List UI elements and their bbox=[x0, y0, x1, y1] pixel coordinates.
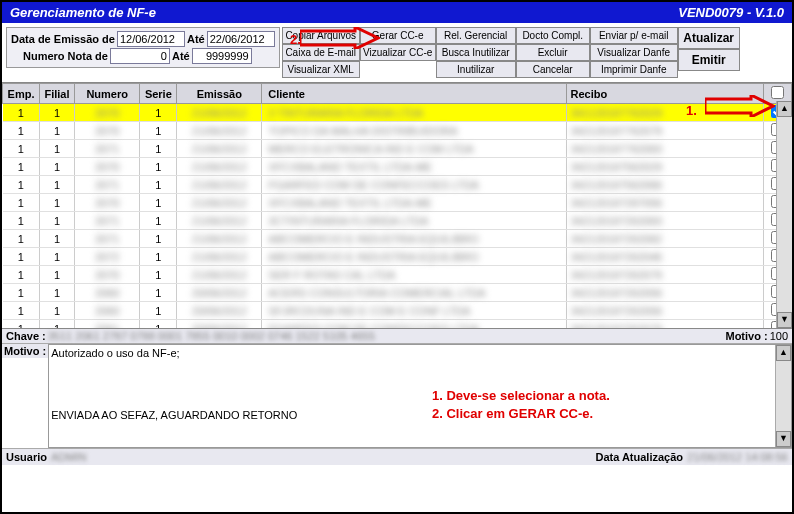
motivo-line2: ENVIADA AO SEFAZ, AGUARDANDO RETORNO bbox=[51, 409, 789, 421]
button-busca-inutilizar[interactable]: Busca Inutilizar bbox=[436, 44, 516, 61]
cell-emp: 1 bbox=[3, 266, 40, 284]
cell-recibo: 342120187262082 bbox=[567, 230, 763, 248]
scroll-down-icon[interactable]: ▼ bbox=[776, 431, 791, 447]
cell-numero: 2070 bbox=[74, 122, 139, 140]
input-data-emissao-ate[interactable] bbox=[207, 31, 275, 47]
table-row[interactable]: 112070121/06/20123 TINTURARIA FLORIDA LT… bbox=[3, 104, 792, 122]
motivo-area: Motivo : Autorizado o uso da NF-e; ENVIA… bbox=[2, 344, 792, 449]
checkbox-all[interactable] bbox=[771, 86, 784, 99]
th-filial[interactable]: Filial bbox=[40, 84, 75, 104]
app-version: VEND0079 - V.1.0 bbox=[678, 5, 784, 20]
table-row[interactable]: 112071121/06/2012FGARFED COM DE CONFECCO… bbox=[3, 176, 792, 194]
input-numero-nota-ate[interactable] bbox=[192, 48, 252, 64]
cell-cliente: TOPICO DA MALHA DISTRIBUIDORA bbox=[262, 122, 567, 140]
cell-emissao: 21/06/2012 bbox=[177, 122, 262, 140]
cell-serie: 1 bbox=[140, 266, 177, 284]
button-visualizar-xml[interactable]: Visualizar XML bbox=[282, 61, 360, 78]
input-numero-nota-de[interactable] bbox=[110, 48, 170, 64]
th-cliente[interactable]: Cliente bbox=[262, 84, 567, 104]
cell-emp: 1 bbox=[3, 212, 40, 230]
cell-recibo: 342120187287056 bbox=[567, 194, 763, 212]
table-row[interactable]: 112061120/06/2012FGARFED COM DE CONFECCO… bbox=[3, 320, 792, 330]
grid-scrollbar[interactable]: ▲ ▼ bbox=[776, 101, 792, 328]
scroll-up-icon[interactable]: ▲ bbox=[777, 101, 792, 117]
button-gerar-cce[interactable]: Gerar CC-e bbox=[360, 27, 436, 44]
label-ate-1: Até bbox=[187, 33, 205, 45]
label-chave: Chave : bbox=[6, 330, 46, 342]
button-enviar-email[interactable]: Enviar p/ e-mail bbox=[590, 27, 678, 44]
toolbar: Data de Emissão de Até Numero Nota de At… bbox=[2, 23, 792, 82]
cell-recibo: 342120187262056 bbox=[567, 302, 763, 320]
cell-cliente: FGARFED COM DE CONFECCOES LTDA bbox=[262, 176, 567, 194]
cell-emp: 1 bbox=[3, 302, 40, 320]
th-emp[interactable]: Emp. bbox=[3, 84, 40, 104]
cell-emissao: 21/06/2012 bbox=[177, 266, 262, 284]
cell-filial: 1 bbox=[40, 320, 75, 330]
table-row[interactable]: 112072121/06/2012ABCOMERCIO E INDUSTRIA … bbox=[3, 248, 792, 266]
footer-usuario: Usuario ADMIN Data Atualização 21/06/201… bbox=[2, 449, 792, 465]
th-emissao[interactable]: Emissão bbox=[177, 84, 262, 104]
label-motivo-num: Motivo : bbox=[725, 330, 767, 342]
cell-numero: 2070 bbox=[74, 194, 139, 212]
grid-table: Emp. Filial Numero Serie Emissão Cliente… bbox=[2, 83, 792, 329]
th-numero[interactable]: Numero bbox=[74, 84, 139, 104]
cell-numero: 2070 bbox=[74, 158, 139, 176]
table-row[interactable]: 112070121/06/2012SER F ROTAS CAL LTDA342… bbox=[3, 266, 792, 284]
cell-numero: 2060 bbox=[74, 284, 139, 302]
cell-filial: 1 bbox=[40, 176, 75, 194]
button-copiar-arquivos[interactable]: Copiar Arquivos bbox=[282, 27, 360, 44]
cell-cliente: 3 TINTURARIA FLORIDA LTDA bbox=[262, 104, 567, 122]
table-row[interactable]: 112071121/06/20123CTINTURARIA FLORIDA LT… bbox=[3, 212, 792, 230]
button-cancelar[interactable]: Cancelar bbox=[516, 61, 590, 78]
table-row[interactable]: 112060120/06/2012SFJRCDUNA IND E COM E C… bbox=[3, 302, 792, 320]
button-emitir[interactable]: Emitir bbox=[678, 49, 740, 71]
button-excluir[interactable]: Excluir bbox=[516, 44, 590, 61]
button-visualizar-cce[interactable]: Vizualizar CC-e bbox=[360, 44, 436, 61]
button-caixa-email[interactable]: Caixa de E-mail bbox=[282, 44, 360, 61]
button-atualizar[interactable]: Atualizar bbox=[678, 27, 740, 49]
cell-cliente: XFCXBALAND TEXTIL LTDA-ME bbox=[262, 158, 567, 176]
cell-serie: 1 bbox=[140, 284, 177, 302]
scroll-up-icon[interactable]: ▲ bbox=[776, 345, 791, 361]
cell-numero: 2070 bbox=[74, 104, 139, 122]
button-rel-gerencial[interactable]: Rel. Gerencial bbox=[436, 27, 516, 44]
table-row[interactable]: 112070121/06/2012XFCXBALAND TEXTIL LTDA-… bbox=[3, 158, 792, 176]
cell-serie: 1 bbox=[140, 158, 177, 176]
value-motivo-num: 100 bbox=[770, 330, 788, 342]
cell-emissao: 21/06/2012 bbox=[177, 104, 262, 122]
app-title: Gerenciamento de NF-e bbox=[10, 5, 156, 20]
input-data-emissao-de[interactable] bbox=[117, 31, 185, 47]
label-ate-2: Até bbox=[172, 50, 190, 62]
button-docto-compl[interactable]: Docto Compl. bbox=[516, 27, 590, 44]
cell-recibo: 342120187562029 bbox=[567, 158, 763, 176]
cell-cliente: SFJRCDUNA IND E COM E CONF LTDA bbox=[262, 302, 567, 320]
cell-serie: 1 bbox=[140, 320, 177, 330]
grid-wrap: Emp. Filial Numero Serie Emissão Cliente… bbox=[2, 82, 792, 329]
cell-emp: 1 bbox=[3, 194, 40, 212]
cell-recibo: 342120187762079 bbox=[567, 122, 763, 140]
cell-numero: 2061 bbox=[74, 320, 139, 330]
title-bar: Gerenciamento de NF-e VEND0079 - V.1.0 bbox=[2, 2, 792, 23]
table-row[interactable]: 112071121/06/2012MERCO ELETRONICA IND E … bbox=[3, 140, 792, 158]
footer-chave: Chave : 3511 2061 2787 0788 0001 7855 00… bbox=[2, 329, 792, 344]
scroll-down-icon[interactable]: ▼ bbox=[777, 312, 792, 328]
table-row[interactable]: 112071121/06/2012ABCOMERCIO E INDUSTRIA … bbox=[3, 230, 792, 248]
cell-emissao: 21/06/2012 bbox=[177, 248, 262, 266]
table-row[interactable]: 112060120/06/2012ACERS CONSULTORIA COMER… bbox=[3, 284, 792, 302]
button-visualizar-danfe[interactable]: Visualizar Danfe bbox=[590, 44, 678, 61]
cell-filial: 1 bbox=[40, 158, 75, 176]
button-imprimir-danfe[interactable]: Imprimir Danfe bbox=[590, 61, 678, 78]
button-inutilizar[interactable]: Inutilizar bbox=[436, 61, 516, 78]
cell-emissao: 21/06/2012 bbox=[177, 212, 262, 230]
table-row[interactable]: 112070121/06/2012XFCXBALAND TEXTIL LTDA-… bbox=[3, 194, 792, 212]
cell-emissao: 21/06/2012 bbox=[177, 176, 262, 194]
motivo-textarea[interactable]: Autorizado o uso da NF-e; ENVIADA AO SEF… bbox=[48, 344, 792, 448]
motivo-scrollbar[interactable]: ▲ ▼ bbox=[775, 345, 791, 447]
th-serie[interactable]: Serie bbox=[140, 84, 177, 104]
cell-cliente: FGARFED COM DE CONFECCOES LTDA bbox=[262, 320, 567, 330]
cell-emp: 1 bbox=[3, 122, 40, 140]
cell-numero: 2072 bbox=[74, 248, 139, 266]
th-recibo[interactable]: Recibo bbox=[567, 84, 763, 104]
cell-cliente: 3CTINTURARIA FLORIDA LTDA bbox=[262, 212, 567, 230]
table-row[interactable]: 112070121/06/2012TOPICO DA MALHA DISTRIB… bbox=[3, 122, 792, 140]
